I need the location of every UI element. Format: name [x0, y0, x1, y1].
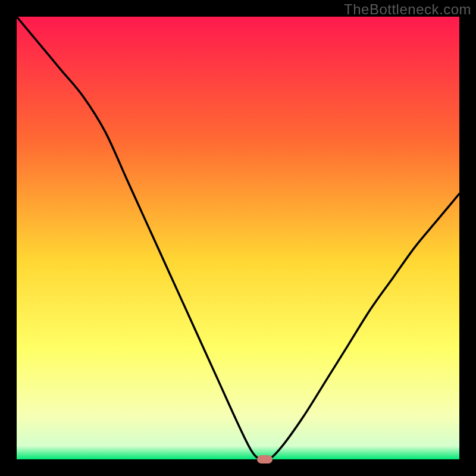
- optimal-marker: [257, 455, 273, 464]
- gradient-background: [17, 17, 459, 459]
- watermark-text: TheBottleneck.com: [344, 1, 471, 18]
- chart-container: TheBottleneck.com: [0, 0, 476, 476]
- plot-svg: [17, 17, 459, 459]
- plot-area: [17, 17, 459, 459]
